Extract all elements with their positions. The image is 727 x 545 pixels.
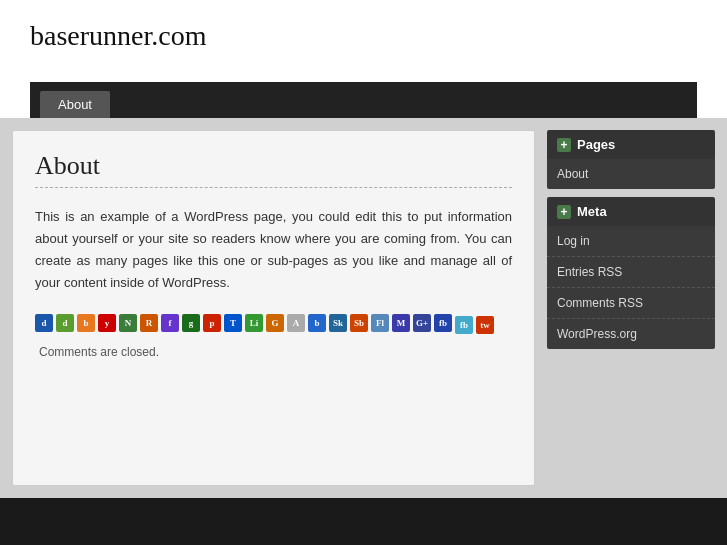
social-icon[interactable]: G+ — [413, 314, 431, 332]
post-title: About — [35, 151, 512, 181]
social-icon[interactable]: f — [161, 314, 179, 332]
social-icons-row1: ddbyNRfgpTLiGAbSkSbFlMG+fb — [35, 314, 452, 332]
social-icon[interactable]: tw — [476, 316, 494, 334]
social-icon[interactable]: Fl — [371, 314, 389, 332]
social-icon[interactable]: A — [287, 314, 305, 332]
meta-plus-icon: + — [557, 205, 571, 219]
social-icon[interactable]: N — [119, 314, 137, 332]
social-icon[interactable]: b — [308, 314, 326, 332]
post-body: This is an example of a WordPress page, … — [35, 206, 512, 294]
social-icon[interactable]: d — [56, 314, 74, 332]
post-divider — [35, 187, 512, 188]
comments-closed-row: Comments are closed. — [35, 345, 512, 359]
social-icon[interactable]: y — [98, 314, 116, 332]
social-icon[interactable]: fb — [434, 314, 452, 332]
pages-title-label: Pages — [577, 137, 615, 152]
social-icon[interactable]: G — [266, 314, 284, 332]
widget-pages-body: About — [547, 159, 715, 189]
social-icon[interactable]: T — [224, 314, 242, 332]
social-icon[interactable]: M — [392, 314, 410, 332]
social-icon[interactable]: Sk — [329, 314, 347, 332]
social-icon[interactable]: Sb — [350, 314, 368, 332]
site-header: baserunner.com About — [0, 0, 727, 118]
social-icon[interactable]: g — [182, 314, 200, 332]
social-icon[interactable]: p — [203, 314, 221, 332]
social-icon[interactable]: d — [35, 314, 53, 332]
comments-closed-text: Comments are closed. — [39, 345, 159, 359]
social-icons-container: ddbyNRfgpTLiGAbSkSbFlMG+fbfbtw — [35, 314, 512, 335]
sidebar-item-page[interactable]: About — [547, 159, 715, 189]
widget-meta-title: + Meta — [547, 197, 715, 226]
widget-pages: + Pages About — [547, 130, 715, 189]
sidebar-item-meta[interactable]: Comments RSS — [547, 288, 715, 319]
social-icon[interactable]: fb — [455, 316, 473, 334]
social-icon[interactable]: b — [77, 314, 95, 332]
sidebar-item-meta[interactable]: Log in — [547, 226, 715, 257]
social-icon[interactable]: R — [140, 314, 158, 332]
nav-bar: About — [30, 82, 697, 118]
social-icons-row2: fbtw — [455, 316, 494, 334]
main-wrapper: About This is an example of a WordPress … — [0, 118, 727, 498]
widget-meta-body: Log inEntries RSSComments RSSWordPress.o… — [547, 226, 715, 349]
site-title: baserunner.com — [30, 20, 697, 52]
widget-pages-title: + Pages — [547, 130, 715, 159]
sidebar-item-meta[interactable]: WordPress.org — [547, 319, 715, 349]
pages-plus-icon: + — [557, 138, 571, 152]
meta-title-label: Meta — [577, 204, 607, 219]
nav-tab-about[interactable]: About — [40, 91, 110, 118]
sidebar: + Pages About + Meta Log inEntries RSSCo… — [547, 130, 715, 486]
content-area: About This is an example of a WordPress … — [12, 130, 535, 486]
social-icon[interactable]: Li — [245, 314, 263, 332]
widget-meta: + Meta Log inEntries RSSComments RSSWord… — [547, 197, 715, 349]
sidebar-item-meta[interactable]: Entries RSS — [547, 257, 715, 288]
